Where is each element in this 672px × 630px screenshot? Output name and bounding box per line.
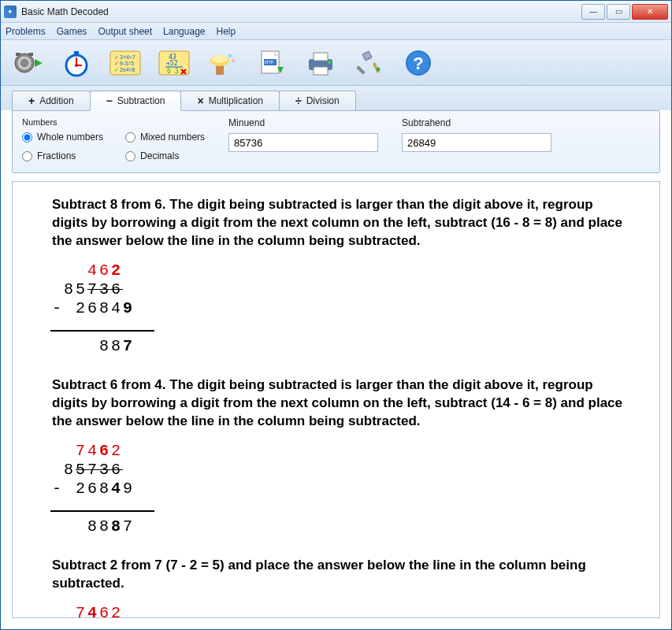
svg-text:9-3=5: 9-3=5 bbox=[120, 61, 134, 66]
svg-point-34 bbox=[328, 61, 331, 64]
svg-rect-32 bbox=[314, 53, 328, 61]
svg-text:+52: +52 bbox=[166, 60, 178, 67]
svg-rect-5 bbox=[74, 51, 79, 55]
close-button[interactable]: ✕ bbox=[632, 4, 668, 20]
numbers-label: Numbers bbox=[22, 117, 205, 127]
tab-multiplication[interactable]: ×Multiplication bbox=[180, 91, 280, 110]
menu-language[interactable]: Language bbox=[163, 26, 205, 37]
menubar: Problems Games Output sheet Language Hel… bbox=[1, 23, 671, 40]
svg-point-8 bbox=[75, 64, 78, 67]
solution-step: Subtract 2 from 7 (7 - 2 = 5) and place … bbox=[52, 557, 628, 618]
svg-text:✓: ✓ bbox=[114, 54, 119, 60]
export-rtf-button[interactable]: RTF bbox=[253, 44, 291, 82]
run-button[interactable] bbox=[9, 44, 46, 82]
tab-division[interactable]: ÷Division bbox=[279, 91, 356, 110]
svg-text:✓: ✓ bbox=[114, 67, 119, 72]
svg-text:✓: ✓ bbox=[114, 61, 119, 66]
radio-fractions[interactable]: Fractions bbox=[22, 150, 103, 161]
step-description: Subtract 8 from 6. The digit being subtr… bbox=[52, 196, 628, 250]
app-icon: ✦ bbox=[4, 6, 17, 18]
svg-point-26 bbox=[228, 62, 230, 65]
equations-button[interactable]: ✓3+4=7✓9-3=5✓2x4=8 bbox=[106, 44, 144, 82]
menu-help[interactable]: Help bbox=[216, 26, 236, 37]
svg-rect-33 bbox=[314, 67, 328, 75]
minuend-input[interactable] bbox=[228, 133, 378, 152]
step-description: Subtract 6 from 4. The digit being subtr… bbox=[52, 376, 628, 431]
svg-rect-2 bbox=[28, 53, 33, 56]
column-math-button[interactable]: 43+526 3 bbox=[155, 44, 193, 82]
minuend-field: Minuend bbox=[228, 117, 378, 161]
svg-text:3+4=7: 3+4=7 bbox=[120, 54, 136, 60]
radio-mixed-numbers[interactable]: Mixed numbers bbox=[125, 132, 205, 143]
minimize-button[interactable]: — bbox=[581, 4, 605, 20]
titlebar: ✦ Basic Math Decoded — ▭ ✕ bbox=[1, 1, 671, 23]
options-panel: Numbers Whole numbers Mixed numbers Frac… bbox=[12, 110, 660, 173]
settings-button[interactable] bbox=[351, 44, 388, 82]
tab-addition[interactable]: +Addition bbox=[12, 91, 91, 110]
subtrahend-input[interactable] bbox=[402, 133, 551, 152]
svg-point-24 bbox=[228, 54, 232, 57]
subtrahend-label: Subtrahend bbox=[402, 117, 551, 128]
svg-rect-1 bbox=[16, 53, 20, 56]
svg-marker-3 bbox=[35, 59, 43, 67]
solution-step: Subtract 6 from 4. The digit being subtr… bbox=[52, 376, 628, 536]
print-button[interactable] bbox=[302, 44, 340, 82]
svg-text:2x4=8: 2x4=8 bbox=[120, 67, 135, 72]
svg-text:6 3: 6 3 bbox=[167, 68, 179, 75]
minuend-label: Minuend bbox=[228, 117, 378, 128]
svg-point-23 bbox=[212, 55, 228, 63]
maximize-button[interactable]: ▭ bbox=[607, 4, 630, 20]
radio-whole-numbers[interactable]: Whole numbers bbox=[22, 132, 103, 143]
menu-problems[interactable]: Problems bbox=[6, 26, 46, 37]
solution-step: Subtract 8 from 6. The digit being subtr… bbox=[52, 196, 628, 356]
svg-point-25 bbox=[232, 59, 235, 62]
step-description: Subtract 2 from 7 (7 - 2 = 5) and place … bbox=[52, 557, 628, 593]
subtrahend-field: Subtrahend bbox=[402, 117, 551, 161]
clear-button[interactable] bbox=[204, 44, 242, 82]
radio-decimals[interactable]: Decimals bbox=[125, 150, 205, 161]
output-area[interactable]: Subtract 8 from 6. The digit being subtr… bbox=[12, 181, 660, 618]
tab-subtraction[interactable]: −Subtraction bbox=[90, 91, 182, 111]
svg-text:?: ? bbox=[413, 54, 423, 73]
svg-rect-35 bbox=[356, 65, 365, 74]
help-button[interactable]: ? bbox=[399, 44, 437, 82]
svg-text:RTF: RTF bbox=[265, 60, 274, 65]
timer-button[interactable] bbox=[58, 44, 95, 82]
window-title: Basic Math Decoded bbox=[21, 6, 581, 17]
menu-games[interactable]: Games bbox=[57, 26, 87, 37]
menu-output-sheet[interactable]: Output sheet bbox=[98, 26, 152, 37]
operation-tabs: +Addition −Subtraction ×Multiplication ÷… bbox=[1, 86, 671, 110]
toolbar: ✓3+4=7✓9-3=5✓2x4=8 43+526 3 RTF ? bbox=[1, 40, 671, 86]
number-type-group: Numbers Whole numbers Mixed numbers Frac… bbox=[22, 117, 205, 161]
